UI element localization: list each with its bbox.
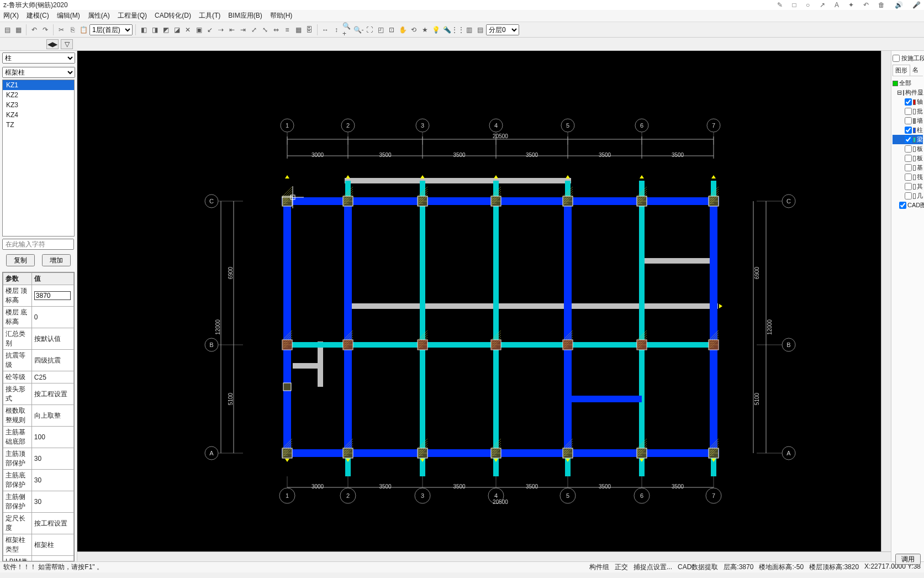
layer-label[interactable]: 梁 bbox=[917, 135, 923, 144]
prop-value-input[interactable] bbox=[34, 291, 71, 300]
layer-tree[interactable]: 全部 ⊟构件显 轴批墙柱梁板板基筏其几CAD图 bbox=[893, 78, 923, 210]
t-c4[interactable]: 🔦 bbox=[442, 25, 452, 35]
t-c7[interactable]: ▤ bbox=[475, 25, 485, 35]
list-item[interactable]: KZ2 bbox=[3, 90, 74, 100]
status-cell[interactable]: 正交 bbox=[615, 563, 628, 572]
layer-checkbox[interactable] bbox=[905, 174, 912, 181]
prop-value[interactable]: 按工程设置 bbox=[31, 513, 73, 534]
prop-value[interactable]: 按工程设置 bbox=[31, 383, 73, 405]
sound-icon[interactable]: 🔊 bbox=[895, 1, 903, 9]
t-a9[interactable]: ⇤ bbox=[227, 25, 237, 35]
menu-item[interactable]: 网(X) bbox=[3, 11, 19, 20]
t-c6[interactable]: ▥ bbox=[464, 25, 474, 35]
tool-4[interactable]: ↷ bbox=[40, 25, 50, 35]
brush-icon[interactable]: ✦ bbox=[848, 1, 854, 9]
prop-value[interactable]: 四级抗震 bbox=[31, 350, 73, 371]
t-a12[interactable]: ⤡ bbox=[260, 25, 270, 35]
prop-value[interactable]: 30 bbox=[31, 448, 73, 470]
tool-2[interactable]: ▦ bbox=[13, 25, 23, 35]
mic-icon[interactable]: 🎤 bbox=[912, 1, 921, 9]
t-pan[interactable]: ✋ bbox=[398, 25, 408, 35]
layer-checkbox[interactable] bbox=[905, 108, 912, 115]
menu-item[interactable]: 帮助(H) bbox=[270, 11, 293, 20]
menu-item[interactable]: CAD转化(D) bbox=[155, 11, 191, 20]
edit-icon[interactable]: ✎ bbox=[777, 1, 783, 9]
layer-checkbox[interactable] bbox=[905, 136, 912, 143]
tab-name[interactable]: 名 bbox=[910, 65, 921, 76]
t-a4[interactable]: ◪ bbox=[172, 25, 182, 35]
prop-value[interactable]: 框架柱 bbox=[31, 534, 73, 556]
t-zoom-in[interactable]: 🔍+ bbox=[342, 25, 352, 35]
call-button[interactable]: 调用 bbox=[895, 554, 921, 561]
t-a6[interactable]: ▣ bbox=[194, 25, 204, 35]
tool-copy[interactable]: ⎘ bbox=[67, 25, 77, 35]
t-a8[interactable]: ⇢ bbox=[216, 25, 226, 35]
menu-item[interactable]: BIM应用(B) bbox=[228, 11, 262, 20]
t-zoom-fit[interactable]: ⛶ bbox=[365, 25, 374, 35]
prop-value[interactable]: 向上取整 bbox=[31, 405, 73, 427]
t-zoom-ext[interactable]: ⊡ bbox=[387, 25, 397, 35]
property-grid[interactable]: 参数值 楼层 顶标高楼层 底标高0汇总类别按默认值抗震等级四级抗震砼等级C25接… bbox=[2, 272, 75, 561]
list-item[interactable]: KZ3 bbox=[3, 100, 74, 110]
square-icon[interactable]: □ bbox=[792, 1, 796, 9]
layer-label[interactable]: 板 bbox=[917, 154, 923, 162]
horizontal-scrollbar[interactable] bbox=[77, 551, 891, 561]
layer-label[interactable]: 几 bbox=[917, 192, 923, 200]
stage-checkbox[interactable] bbox=[893, 55, 900, 62]
status-cell[interactable]: 层高:3870 bbox=[724, 563, 753, 572]
list-item[interactable]: TZ bbox=[3, 120, 74, 130]
tab-graphic[interactable]: 图形 bbox=[893, 65, 910, 76]
prop-value[interactable]: 30 bbox=[31, 491, 73, 513]
tree-root[interactable]: 全部 bbox=[899, 79, 911, 87]
t-a15[interactable]: ▦ bbox=[293, 25, 303, 35]
layer-label[interactable]: 批 bbox=[917, 107, 923, 115]
layer-checkbox[interactable] bbox=[905, 98, 912, 106]
t-a14[interactable]: ≡ bbox=[282, 25, 292, 35]
copy-button[interactable]: 复制 bbox=[6, 254, 35, 266]
prop-value[interactable]: 100 bbox=[31, 427, 73, 448]
prop-value[interactable]: C25 bbox=[31, 371, 73, 383]
add-button[interactable]: 增加 bbox=[42, 254, 71, 266]
menu-item[interactable]: 工程量(Q) bbox=[118, 11, 147, 20]
menu-item[interactable]: 建模(C) bbox=[27, 11, 49, 20]
tool-cut[interactable]: ✂ bbox=[56, 25, 66, 35]
t-b1[interactable]: ↔ bbox=[320, 25, 330, 35]
prop-value[interactable]: 30 bbox=[31, 470, 73, 491]
drawing-canvas[interactable]: 11223344556677AABBCC20500300035003500350… bbox=[77, 51, 891, 561]
layer-checkbox[interactable] bbox=[905, 155, 912, 162]
layer-checkbox[interactable] bbox=[905, 127, 912, 134]
layer-label[interactable]: 基 bbox=[917, 164, 923, 172]
menu-item[interactable]: 属性(A) bbox=[88, 11, 110, 20]
menu-item[interactable]: 工具(T) bbox=[199, 11, 220, 20]
t-zoom-out[interactable]: 🔍- bbox=[353, 25, 363, 35]
t-a5[interactable]: ✕ bbox=[183, 25, 193, 35]
tool-3[interactable]: ↶ bbox=[29, 25, 39, 35]
layer-label[interactable]: 其 bbox=[917, 182, 923, 191]
status-cell[interactable]: CAD数据提取 bbox=[678, 563, 718, 572]
tool-paste[interactable]: 📋 bbox=[78, 25, 88, 35]
prop-value[interactable] bbox=[31, 285, 73, 307]
list-item[interactable]: KZ4 bbox=[3, 110, 74, 120]
status-cell[interactable]: 楼地面标高:-50 bbox=[759, 563, 804, 572]
layer-checkbox[interactable] bbox=[905, 192, 912, 199]
layer-label[interactable]: 轴 bbox=[917, 98, 923, 106]
t-b2[interactable]: ↕ bbox=[331, 25, 341, 35]
undo-icon[interactable]: ↶ bbox=[863, 1, 869, 9]
tool-1[interactable]: ▤ bbox=[2, 25, 12, 35]
text-icon[interactable]: A bbox=[835, 1, 838, 9]
status-cell[interactable]: 捕捉点设置... bbox=[633, 563, 672, 572]
t-a13[interactable]: ⇔ bbox=[271, 25, 281, 35]
category-select[interactable]: 柱 bbox=[2, 52, 75, 64]
layer-label[interactable]: CAD图 bbox=[907, 201, 924, 209]
layer-label[interactable]: 板 bbox=[917, 145, 923, 153]
t-a7[interactable]: ↙ bbox=[205, 25, 215, 35]
subcategory-select[interactable]: 框架柱 bbox=[2, 67, 75, 78]
t-zoom-win[interactable]: ◰ bbox=[376, 25, 386, 35]
filter-input[interactable] bbox=[2, 239, 74, 250]
t-c3[interactable]: 💡 bbox=[431, 25, 441, 35]
prop-value[interactable]: 按默认值 bbox=[31, 328, 73, 350]
t-a16[interactable]: 🗄 bbox=[304, 25, 314, 35]
toggle-panel-left[interactable]: ◀▶ bbox=[46, 39, 59, 49]
menu-item[interactable]: 编辑(M) bbox=[57, 11, 80, 20]
t-c5[interactable]: ⋮⋮ bbox=[453, 25, 463, 35]
